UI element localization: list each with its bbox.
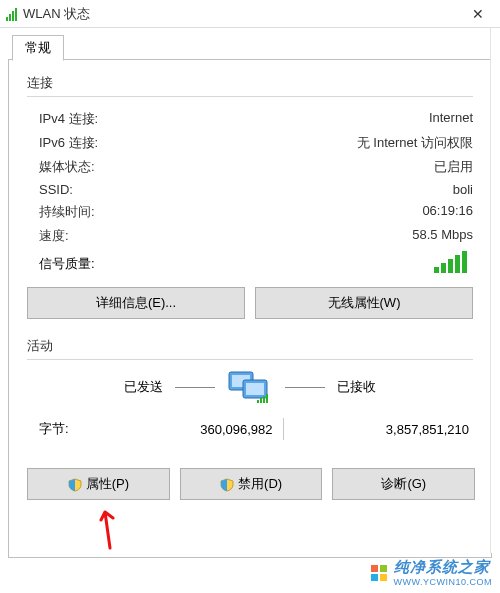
details-button[interactable]: 详细信息(E)...	[27, 287, 245, 319]
dash-icon	[285, 387, 325, 388]
watermark-text: 纯净系统之家	[394, 558, 493, 577]
disable-button[interactable]: 禁用(D)	[180, 468, 323, 500]
svg-rect-5	[260, 398, 262, 403]
ssid-value: boli	[453, 182, 473, 197]
close-button[interactable]: ✕	[462, 6, 494, 22]
row-signal: 信号质量:	[27, 248, 473, 279]
ipv4-label: IPv4 连接:	[27, 110, 98, 128]
row-ipv4: IPv4 连接: Internet	[27, 107, 473, 131]
window-title: WLAN 状态	[23, 5, 462, 23]
activity-section: 活动 已发送 已接收	[27, 337, 473, 446]
dash-icon	[175, 387, 215, 388]
row-speed: 速度: 58.5 Mbps	[27, 224, 473, 248]
recv-label: 已接收	[337, 378, 376, 396]
svg-rect-4	[257, 400, 259, 403]
wireless-properties-button[interactable]: 无线属性(W)	[255, 287, 473, 319]
media-label: 媒体状态:	[27, 158, 95, 176]
duration-value: 06:19:16	[422, 203, 473, 221]
bytes-sent: 360,096,982	[87, 422, 283, 437]
row-ipv6: IPv6 连接: 无 Internet 访问权限	[27, 131, 473, 155]
properties-button[interactable]: 属性(P)	[27, 468, 170, 500]
window-edge	[490, 28, 500, 553]
speed-label: 速度:	[27, 227, 69, 245]
svg-rect-7	[266, 394, 268, 403]
watermark: 纯净系统之家 WWW.YCWIN10.COM	[370, 558, 493, 587]
bytes-row: 字节: 360,096,982 3,857,851,210	[27, 412, 473, 446]
wifi-icon	[6, 7, 17, 21]
activity-heading: 活动	[27, 337, 473, 355]
computers-icon	[227, 370, 273, 404]
disable-label: 禁用(D)	[238, 475, 282, 493]
diagnose-button[interactable]: 诊断(G)	[332, 468, 475, 500]
watermark-logo-icon	[370, 564, 388, 582]
separator	[27, 359, 473, 360]
titlebar: WLAN 状态 ✕	[0, 0, 500, 28]
shield-icon	[68, 476, 82, 492]
row-media: 媒体状态: 已启用	[27, 155, 473, 179]
bottom-buttons: 属性(P) 禁用(D) 诊断(G)	[27, 468, 473, 500]
properties-label: 属性(P)	[86, 475, 129, 493]
bytes-label: 字节:	[27, 420, 87, 438]
signal-label: 信号质量:	[27, 255, 434, 273]
row-ssid: SSID: boli	[27, 179, 473, 200]
tab-general[interactable]: 常规	[12, 35, 64, 61]
ssid-label: SSID:	[27, 182, 73, 197]
separator	[27, 96, 473, 97]
tab-panel: 连接 IPv4 连接: Internet IPv6 连接: 无 Internet…	[8, 60, 492, 558]
media-value: 已启用	[434, 158, 473, 176]
speed-value: 58.5 Mbps	[412, 227, 473, 245]
duration-label: 持续时间:	[27, 203, 95, 221]
sent-label: 已发送	[124, 378, 163, 396]
ipv6-value: 无 Internet 访问权限	[357, 134, 473, 152]
connection-heading: 连接	[27, 74, 473, 92]
tabs: 常规	[8, 34, 492, 60]
activity-diagram: 已发送 已接收	[27, 370, 473, 404]
svg-rect-3	[246, 383, 264, 395]
bytes-recv: 3,857,851,210	[284, 422, 474, 437]
row-duration: 持续时间: 06:19:16	[27, 200, 473, 224]
ipv6-label: IPv6 连接:	[27, 134, 98, 152]
ipv4-value: Internet	[429, 110, 473, 128]
signal-bars-icon	[434, 251, 473, 273]
watermark-url: WWW.YCWIN10.COM	[394, 577, 493, 587]
diagnose-label: 诊断(G)	[381, 475, 426, 493]
shield-icon	[220, 476, 234, 492]
svg-rect-6	[263, 396, 265, 403]
connection-buttons: 详细信息(E)... 无线属性(W)	[27, 287, 473, 319]
